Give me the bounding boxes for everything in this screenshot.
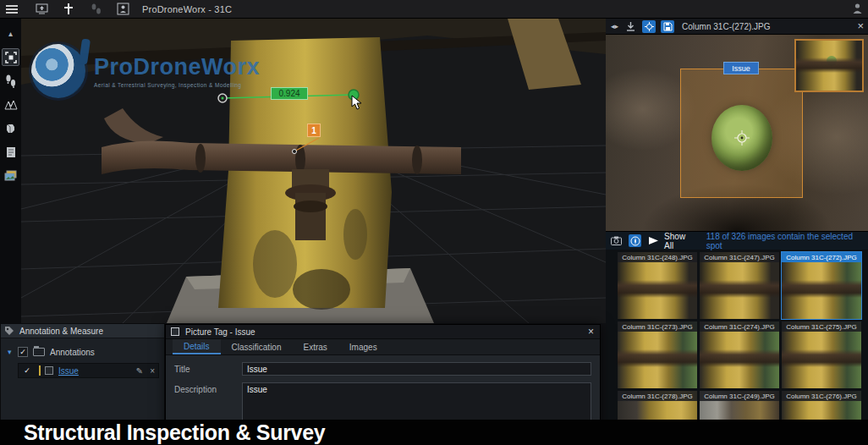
- cameras-icon[interactable]: [610, 234, 624, 247]
- spot-filter-icon[interactable]: [629, 234, 642, 247]
- caption-text: Structural Inspection & Survey: [24, 420, 325, 445]
- photo-panel: ◂▸ Column 31C-(272).JPG × Issue: [606, 19, 868, 445]
- folder-icon: [33, 348, 45, 356]
- screen-share-icon[interactable]: [30, 2, 52, 17]
- annotation-panel-header: Annotation & Measure: [1, 324, 164, 338]
- logo-name: ProDroneWorx: [94, 54, 260, 80]
- issue-checkbox[interactable]: ✓: [22, 365, 32, 376]
- user-box-icon[interactable]: [112, 2, 134, 17]
- viewport-3d[interactable]: ProDroneWorx Aerial & Terrestrial Survey…: [21, 19, 606, 323]
- collapse-panel-icon[interactable]: ◂▸: [611, 22, 618, 30]
- thumbnail-column-31c-274[interactable]: Column 31C-(274).JPG: [700, 321, 779, 388]
- logo-mark-icon: [31, 44, 85, 98]
- dialog-title: Picture Tag - Issue: [185, 327, 255, 337]
- pan-select-icon[interactable]: [2, 48, 19, 66]
- edit-icon[interactable]: ✎: [136, 366, 143, 376]
- annotations-group-label: Annotations: [50, 348, 95, 357]
- prodroneworx-logo: ProDroneWorx Aerial & Terrestrial Survey…: [31, 44, 260, 98]
- photos-icon[interactable]: [2, 167, 19, 184]
- mesh-model-icon[interactable]: [2, 96, 19, 113]
- picture-tag-marker[interactable]: 1: [307, 124, 321, 137]
- drone-icon[interactable]: [58, 2, 80, 17]
- match-count-text: 118 of 326 images contain the selected s…: [706, 232, 868, 250]
- thumbnail-column-31c-272[interactable]: Column 31C-(272).JPG: [782, 252, 861, 319]
- thumbnail-column-31c-247[interactable]: Column 31C-(247).JPG: [700, 252, 779, 319]
- thumbnail-column-31c-248[interactable]: Column 31C-(248).JPG: [618, 252, 697, 319]
- tab-details[interactable]: Details: [173, 339, 221, 354]
- photo-panel-header: ◂▸ Column 31C-(272).JPG ×: [606, 19, 868, 35]
- photo-detail-view[interactable]: Issue: [606, 35, 868, 231]
- collapse-up-icon[interactable]: ▴: [2, 25, 19, 42]
- close-icon[interactable]: ×: [857, 19, 864, 32]
- title-label: Title: [174, 362, 242, 376]
- menu-icon[interactable]: [0, 0, 25, 19]
- annotations-group-row[interactable]: ▾ ✓ Annotations: [1, 344, 164, 360]
- caption-strip: Structural Inspection & Survey: [0, 420, 868, 445]
- left-tool-rail: ▴: [0, 19, 21, 323]
- dialog-tabs: Details Classification Extras Images: [166, 339, 600, 355]
- issue-color-bar: [39, 365, 41, 376]
- tag-icon: [4, 326, 14, 336]
- thumbnail-column-31c-275[interactable]: Column 31C-(275).JPG: [782, 321, 861, 388]
- download-icon[interactable]: [624, 20, 637, 33]
- photo-navigator-thumbnail[interactable]: [794, 39, 864, 92]
- picture-tag-icon: [171, 327, 179, 336]
- picture-tag-type-icon: [45, 366, 53, 375]
- app-window: ProDroneWorx - 31C ▴: [0, 0, 868, 445]
- tab-extras[interactable]: Extras: [293, 339, 338, 354]
- title-input[interactable]: [242, 362, 591, 376]
- logo-tagline: Aerial & Terrestrial Surveying, Inspecti…: [94, 82, 260, 88]
- mouse-cursor: [351, 95, 362, 113]
- tree-expand-icon[interactable]: ▾: [8, 348, 18, 356]
- top-bar: ProDroneWorx - 31C: [0, 0, 868, 19]
- delete-icon[interactable]: ×: [150, 366, 155, 376]
- photo-toolbar: Show All 118 of 326 images contain the s…: [606, 231, 868, 250]
- thumbnail-column-31c-273[interactable]: Column 31C-(273).JPG: [618, 321, 697, 388]
- tab-classification[interactable]: Classification: [221, 339, 293, 354]
- tab-images[interactable]: Images: [338, 339, 388, 354]
- issue-region-box[interactable]: [680, 69, 803, 198]
- app-title: ProDroneWorx - 31C: [142, 4, 232, 14]
- spot-crosshair-icon: [734, 130, 750, 149]
- flag-icon[interactable]: [646, 234, 660, 247]
- issue-link[interactable]: Issue: [58, 366, 79, 376]
- object-model-icon[interactable]: [2, 119, 19, 137]
- photo-title: Column 31C-(272).JPG: [682, 22, 770, 31]
- issue-tag-chip[interactable]: Issue: [723, 62, 759, 74]
- dialog-close-icon[interactable]: ×: [588, 326, 594, 338]
- walkthrough-icon[interactable]: [85, 2, 107, 17]
- thumbnail-grid: Column 31C-(248).JPG Column 31C-(247).JP…: [606, 250, 868, 445]
- dialog-header[interactable]: Picture Tag - Issue ×: [166, 325, 600, 339]
- show-all-button[interactable]: Show All: [664, 232, 696, 250]
- save-view-icon[interactable]: [661, 20, 674, 33]
- report-icon[interactable]: [2, 143, 19, 161]
- annotations-checkbox[interactable]: ✓: [18, 347, 28, 357]
- issue-annotation-row[interactable]: ✓ Issue ✎ ×: [18, 363, 159, 378]
- locate-spot-icon[interactable]: [642, 20, 656, 33]
- footprints-icon[interactable]: [2, 72, 19, 90]
- user-icon[interactable]: [852, 3, 863, 18]
- measurement-value-badge[interactable]: 0.924: [271, 87, 308, 100]
- annotation-panel-title: Annotation & Measure: [19, 327, 103, 336]
